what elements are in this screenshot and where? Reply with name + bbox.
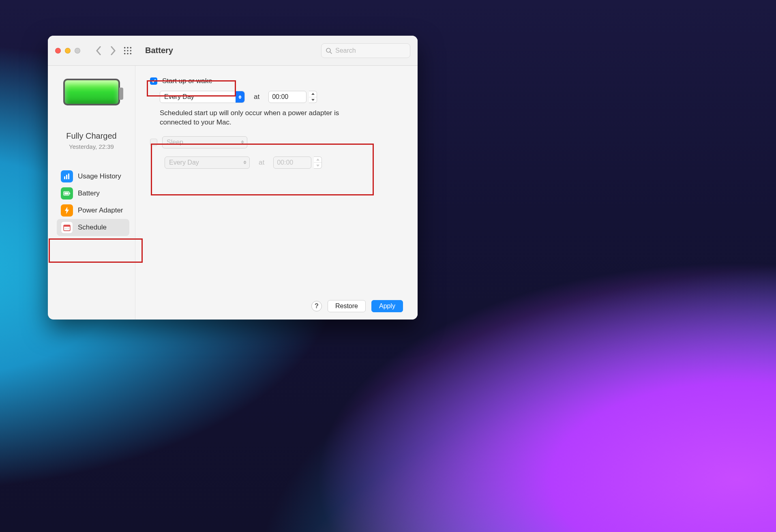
svg-line-10 <box>330 52 332 54</box>
startup-row: Start up or wake <box>145 77 403 85</box>
sidebar-item-label: Schedule <box>78 223 107 232</box>
close-window-button[interactable] <box>55 48 61 54</box>
forward-button[interactable] <box>109 46 118 55</box>
sidebar-item-label: Usage History <box>78 172 121 180</box>
show-all-prefs-button[interactable] <box>123 46 132 55</box>
svg-point-1 <box>127 47 129 48</box>
svg-rect-18 <box>64 225 70 227</box>
sleep-time-field[interactable]: 00:00 <box>273 157 311 169</box>
zoom-window-button[interactable] <box>75 48 80 54</box>
select-stepper-icon <box>238 137 247 148</box>
startup-frequency-select[interactable]: Every Day <box>160 91 245 103</box>
svg-rect-11 <box>64 176 65 179</box>
startup-note: Scheduled start up will only occur when … <box>145 109 356 127</box>
sidebar-item-usage-history[interactable]: Usage History <box>57 168 129 185</box>
sidebar-item-battery[interactable]: Battery <box>57 185 129 202</box>
traffic-lights <box>55 48 80 54</box>
schedule-content: Start up or wake Every Day at 00:00 <box>135 66 418 320</box>
restore-label: Restore <box>335 302 358 310</box>
calendar-icon <box>61 221 73 234</box>
svg-point-0 <box>124 47 126 48</box>
svg-point-4 <box>127 50 129 51</box>
search-field[interactable]: Search <box>321 43 410 58</box>
svg-point-7 <box>127 53 129 54</box>
sleep-group: Sleep Every Day at 00:00 <box>145 136 403 169</box>
sidebar-item-power-adapter[interactable]: Power Adapter <box>57 202 129 219</box>
search-icon <box>326 47 332 54</box>
stepper-up-icon <box>309 91 317 97</box>
svg-point-2 <box>130 47 132 48</box>
sleep-time-value: 00:00 <box>277 159 293 166</box>
sidebar: Fully Charged Yesterday, 22:39 Usage His… <box>48 66 135 320</box>
stepper-down-icon <box>314 163 322 168</box>
help-label: ? <box>315 302 319 310</box>
window-body: Fully Charged Yesterday, 22:39 Usage His… <box>48 66 418 320</box>
startup-time-field[interactable]: 00:00 <box>268 91 307 103</box>
sleep-schedule-row: Every Day at 00:00 <box>150 157 403 169</box>
select-stepper-icon <box>240 157 249 168</box>
pane-title: Battery <box>145 46 173 55</box>
battery-status-subtitle: Yesterday, 22:39 <box>69 143 114 150</box>
svg-point-5 <box>130 50 132 51</box>
sleep-frequency-value: Every Day <box>169 159 199 166</box>
sleep-time-stepper[interactable] <box>314 157 322 169</box>
startup-label: Start up or wake <box>162 77 212 85</box>
battery-large-icon <box>63 79 120 105</box>
svg-point-19 <box>65 228 66 229</box>
footer: ? Restore Apply <box>145 295 403 312</box>
sleep-mode-value: Sleep <box>167 139 183 146</box>
search-placeholder: Search <box>335 47 356 54</box>
svg-rect-12 <box>66 175 67 179</box>
svg-rect-16 <box>69 193 70 194</box>
sleep-row: Sleep <box>150 136 403 148</box>
sleep-checkbox[interactable] <box>150 139 157 146</box>
at-label: at <box>254 93 259 101</box>
window-toolbar: Battery Search <box>48 36 418 66</box>
back-button[interactable] <box>94 46 103 55</box>
apply-label: Apply <box>379 302 395 310</box>
sleep-frequency-select[interactable]: Every Day <box>165 157 250 169</box>
chart-icon <box>61 170 73 182</box>
startup-time-stepper[interactable] <box>309 91 317 103</box>
startup-frequency-value: Every Day <box>164 93 194 101</box>
startup-checkbox[interactable] <box>150 77 157 85</box>
svg-point-8 <box>130 53 132 54</box>
sleep-mode-select[interactable]: Sleep <box>162 136 247 148</box>
battery-preferences-window: Battery Search Fully Charged Yesterday, … <box>48 36 418 320</box>
select-stepper-icon <box>236 91 244 103</box>
svg-point-6 <box>124 53 126 54</box>
help-button[interactable]: ? <box>311 301 322 311</box>
stepper-down-icon <box>309 97 317 103</box>
stepper-up-icon <box>314 157 322 163</box>
apply-button[interactable]: Apply <box>371 300 403 312</box>
at-label: at <box>259 159 264 167</box>
startup-schedule-row: Every Day at 00:00 <box>145 91 403 103</box>
sidebar-nav: Usage History Battery Power Adapter <box>48 168 135 236</box>
minimize-window-button[interactable] <box>65 48 71 54</box>
sidebar-item-label: Battery <box>78 189 100 197</box>
svg-point-20 <box>66 228 67 229</box>
svg-point-3 <box>124 50 126 51</box>
sidebar-item-label: Power Adapter <box>78 206 123 215</box>
restore-button[interactable]: Restore <box>328 300 366 312</box>
sidebar-item-schedule[interactable]: Schedule <box>57 219 129 236</box>
svg-point-21 <box>68 228 69 229</box>
startup-time-value: 00:00 <box>272 93 288 101</box>
svg-rect-15 <box>64 192 69 194</box>
battery-status-title: Fully Charged <box>66 131 117 141</box>
svg-rect-13 <box>68 174 69 179</box>
bolt-icon <box>61 204 73 217</box>
battery-icon <box>61 187 73 200</box>
